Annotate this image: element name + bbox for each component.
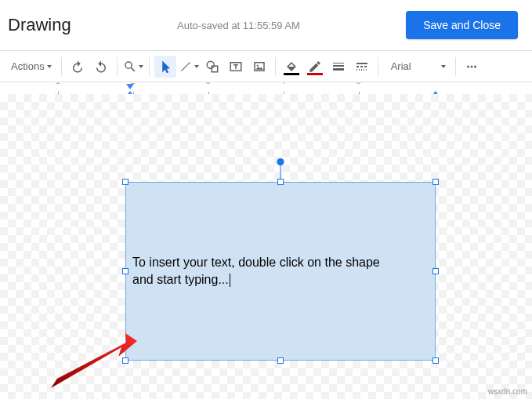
watermark-text: wsxdn.com <box>488 387 527 396</box>
shape-text-line: and start typing... <box>132 271 429 288</box>
actions-label: Actions <box>11 60 45 72</box>
pencil-icon <box>308 60 322 74</box>
resize-handle-ne[interactable] <box>432 179 439 185</box>
dialog-header: Drawing Auto-saved at 11:55:59 AM Save a… <box>0 0 532 51</box>
shape-text-line: To insert your text, double click on the… <box>132 254 429 271</box>
shape-tool-button[interactable] <box>201 56 223 78</box>
svg-rect-1 <box>212 66 218 72</box>
shape-icon <box>205 60 219 74</box>
autosave-status: Auto-saved at 11:55:59 AM <box>177 20 300 31</box>
first-line-indent-marker[interactable] <box>126 84 134 89</box>
redo-icon <box>94 60 108 74</box>
rotation-handle[interactable] <box>277 158 284 165</box>
more-horizontal-icon <box>465 60 479 74</box>
more-options-button[interactable] <box>461 56 483 78</box>
save-and-close-button[interactable]: Save and Close <box>406 11 518 39</box>
drawing-canvas[interactable]: To insert your text, double click on the… <box>0 94 532 399</box>
textbox-icon <box>229 60 243 74</box>
border-weight-button[interactable] <box>328 56 349 78</box>
separator <box>149 57 150 76</box>
resize-handle-n[interactable] <box>277 179 284 185</box>
chevron-down-icon <box>139 65 143 68</box>
resize-handle-nw[interactable] <box>122 179 128 185</box>
resize-handle-e[interactable] <box>432 268 439 274</box>
redo-button[interactable] <box>90 56 112 78</box>
select-tool-button[interactable] <box>154 56 176 78</box>
border-color-button[interactable] <box>304 56 326 78</box>
separator <box>275 57 276 76</box>
magnifier-icon <box>123 60 137 74</box>
resize-handle-se[interactable] <box>432 357 439 364</box>
paint-bucket-icon <box>284 60 299 74</box>
dialog-title: Drawing <box>8 15 71 35</box>
chevron-down-icon <box>441 65 446 68</box>
svg-point-6 <box>470 65 472 67</box>
border-weight-icon <box>333 63 344 71</box>
font-family-select[interactable]: Arial <box>383 56 451 78</box>
image-tool-button[interactable] <box>248 56 270 78</box>
selected-shape[interactable]: To insert your text, double click on the… <box>125 182 436 361</box>
chevron-down-icon <box>194 65 199 68</box>
resize-handle-w[interactable] <box>122 268 128 274</box>
border-color-swatch <box>307 73 323 75</box>
separator <box>378 57 378 76</box>
svg-point-0 <box>207 61 214 68</box>
separator <box>61 57 62 76</box>
toolbar: Actions <box>0 51 532 82</box>
fill-color-button[interactable] <box>280 56 302 78</box>
border-dash-button[interactable] <box>351 56 373 78</box>
fill-color-swatch <box>284 73 299 75</box>
chevron-down-icon <box>47 65 52 68</box>
actions-menu-button[interactable]: Actions <box>6 56 56 78</box>
svg-point-5 <box>467 65 469 67</box>
line-tool-button[interactable] <box>178 56 200 78</box>
svg-point-7 <box>474 65 476 67</box>
zoom-button[interactable] <box>122 56 144 78</box>
undo-button[interactable] <box>67 56 89 78</box>
line-icon <box>179 60 193 74</box>
border-dash-icon <box>356 63 367 71</box>
cursor-icon <box>158 60 172 74</box>
text-cursor <box>230 274 230 287</box>
resize-handle-s[interactable] <box>277 357 284 364</box>
resize-handle-sw[interactable] <box>122 357 128 364</box>
svg-point-4 <box>256 64 258 66</box>
font-family-label: Arial <box>391 60 411 72</box>
undo-icon <box>71 60 85 74</box>
image-icon <box>252 60 266 74</box>
textbox-tool-button[interactable] <box>225 56 247 78</box>
rectangle-shape[interactable]: To insert your text, double click on the… <box>125 182 436 361</box>
separator <box>455 57 456 76</box>
separator <box>117 57 118 76</box>
